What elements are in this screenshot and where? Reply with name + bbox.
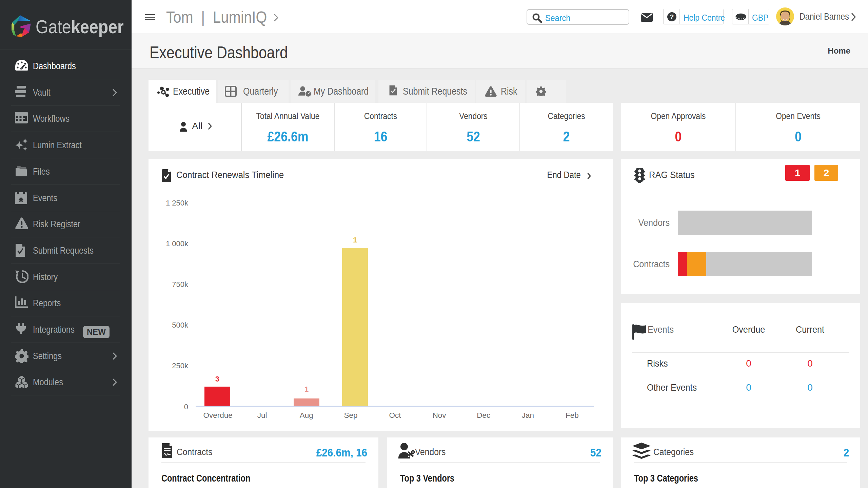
svg-text:3: 3 [215,375,219,383]
svg-text:1 000k: 1 000k [166,239,189,248]
svg-text:Aug: Aug [300,411,313,419]
svg-text:250k: 250k [172,362,189,370]
svg-text:1: 1 [353,236,357,244]
svg-text:Oct: Oct [389,411,401,419]
svg-text:Sep: Sep [344,411,357,419]
svg-text:Jan: Jan [522,411,534,419]
svg-text:Dec: Dec [477,411,490,419]
svg-text:Jul: Jul [257,411,267,419]
svg-text:?: ? [670,13,674,20]
svg-text:1: 1 [304,385,309,393]
svg-text:Overdue: Overdue [203,411,232,419]
svg-text:1 250k: 1 250k [166,199,189,207]
svg-text:Feb: Feb [566,411,579,419]
svg-text:0: 0 [184,403,188,411]
svg-text:750k: 750k [172,280,189,289]
svg-text:500k: 500k [172,321,189,329]
svg-text:Nov: Nov [433,411,447,419]
